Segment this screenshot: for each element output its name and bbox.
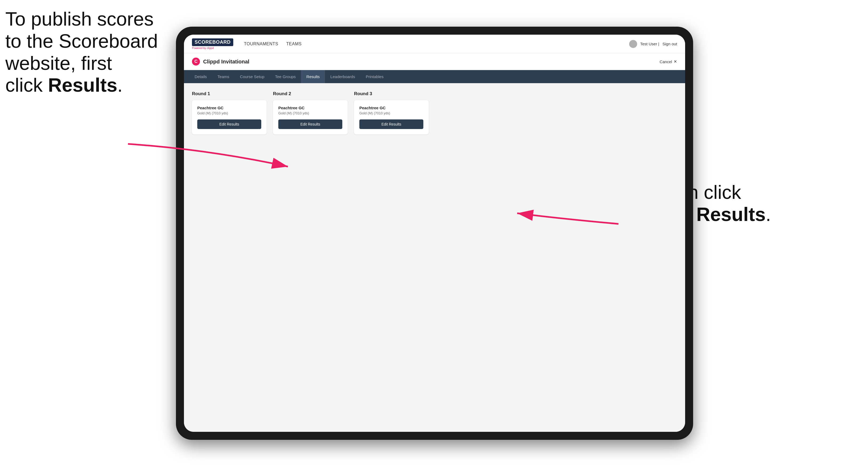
tab-course-setup[interactable]: Course Setup <box>235 70 270 83</box>
top-nav: SCOREBOARD Powered by clippd TOURNAMENTS… <box>184 35 685 53</box>
tab-bar: Details Teams Course Setup Tee Groups Re… <box>184 70 685 83</box>
user-avatar <box>629 40 637 48</box>
tab-leaderboards[interactable]: Leaderboards <box>325 70 361 83</box>
rounds-grid: Round 1 Peachtree GC Gold (M) (7010 yds)… <box>192 91 677 134</box>
logo-subtitle: Powered by clippd <box>192 46 233 50</box>
nav-tournaments[interactable]: TOURNAMENTS <box>244 41 278 46</box>
round-2-course-details: Gold (M) (7010 yds) <box>278 111 342 115</box>
logo-area: SCOREBOARD Powered by clippd <box>192 38 233 50</box>
round-3-edit-results-button[interactable]: Edit Results <box>359 119 423 129</box>
tournament-title: C Clippd Invitational <box>192 58 249 66</box>
round-3-card: Peachtree GC Gold (M) (7010 yds) Edit Re… <box>354 100 429 134</box>
round-1-course-details: Gold (M) (7010 yds) <box>197 111 261 115</box>
round-2-card: Peachtree GC Gold (M) (7010 yds) Edit Re… <box>273 100 348 134</box>
cancel-button[interactable]: Cancel ✕ <box>659 59 677 64</box>
round-2-title: Round 2 <box>273 91 348 96</box>
sign-out-link[interactable]: Sign out <box>662 41 677 46</box>
tab-tee-groups[interactable]: Tee Groups <box>270 70 301 83</box>
round-2-section: Round 2 Peachtree GC Gold (M) (7010 yds)… <box>273 91 348 134</box>
main-content: Round 1 Peachtree GC Gold (M) (7010 yds)… <box>184 83 685 432</box>
round-3-title: Round 3 <box>354 91 429 96</box>
nav-right: Test User | Sign out <box>629 40 677 48</box>
round-1-course-name: Peachtree GC <box>197 105 261 110</box>
close-icon: ✕ <box>674 59 677 64</box>
round-1-section: Round 1 Peachtree GC Gold (M) (7010 yds)… <box>192 91 267 134</box>
round-1-edit-results-button[interactable]: Edit Results <box>197 119 261 129</box>
nav-links: TOURNAMENTS TEAMS <box>244 41 629 46</box>
tablet-device: SCOREBOARD Powered by clippd TOURNAMENTS… <box>176 27 693 440</box>
round-2-edit-results-button[interactable]: Edit Results <box>278 119 342 129</box>
round-3-section: Round 3 Peachtree GC Gold (M) (7010 yds)… <box>354 91 429 134</box>
tournament-logo: C <box>192 58 200 66</box>
instruction-left: To publish scores to the Scoreboard webs… <box>5 8 165 96</box>
round-3-course-details: Gold (M) (7010 yds) <box>359 111 423 115</box>
tab-printables[interactable]: Printables <box>361 70 389 83</box>
tournament-name: Clippd Invitational <box>203 59 249 65</box>
results-emphasis: Results <box>48 74 117 96</box>
tablet-screen: SCOREBOARD Powered by clippd TOURNAMENTS… <box>184 35 685 432</box>
round-2-course-name: Peachtree GC <box>278 105 342 110</box>
tournament-header: C Clippd Invitational Cancel ✕ <box>184 53 685 70</box>
tab-teams[interactable]: Teams <box>212 70 235 83</box>
user-name: Test User | <box>640 41 659 46</box>
scoreboard-logo: SCOREBOARD <box>192 38 233 46</box>
round-1-card: Peachtree GC Gold (M) (7010 yds) Edit Re… <box>192 100 267 134</box>
logo-wrap: SCOREBOARD Powered by clippd <box>192 38 233 50</box>
round-1-title: Round 1 <box>192 91 267 96</box>
tab-details[interactable]: Details <box>189 70 212 83</box>
round-3-course-name: Peachtree GC <box>359 105 423 110</box>
nav-teams[interactable]: TEAMS <box>286 41 302 46</box>
tab-results[interactable]: Results <box>301 70 325 83</box>
